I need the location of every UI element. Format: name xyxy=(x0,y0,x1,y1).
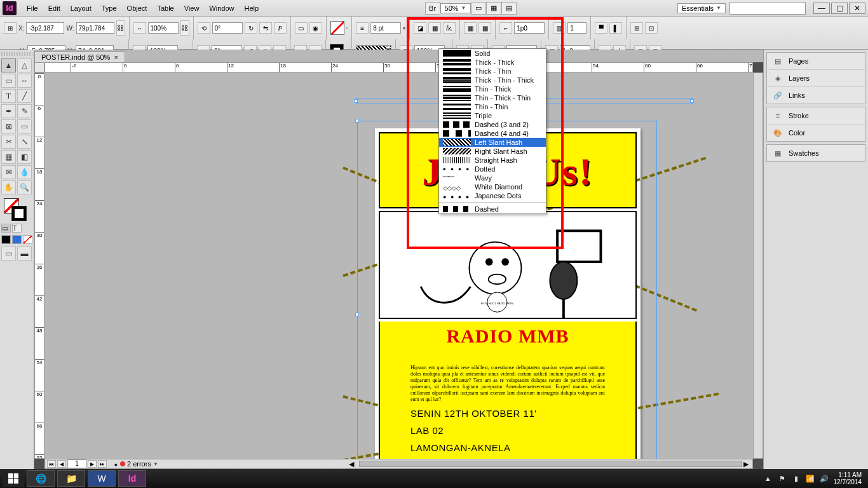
menu-layout[interactable]: Layout xyxy=(65,4,97,12)
panel-links[interactable]: 🔗Links xyxy=(767,87,865,104)
tray-up-icon[interactable]: ▲ xyxy=(764,474,773,483)
search-input[interactable] xyxy=(729,2,806,15)
selection-tool[interactable]: ▲ xyxy=(1,58,16,72)
x-input[interactable]: -3p2.187 xyxy=(26,22,64,34)
gradient-feather-tool[interactable]: ◧ xyxy=(17,150,32,164)
col-num-input[interactable]: 1 xyxy=(567,22,587,34)
document-tab[interactable]: POSTER.indd @ 50%× xyxy=(34,51,125,62)
align-top-icon[interactable]: ▀ xyxy=(595,22,607,34)
preflight-status[interactable]: ⬥ 2 errors▼ xyxy=(114,460,158,468)
wrap-bounding-icon[interactable]: ▦ xyxy=(478,22,491,34)
apply-gradient-icon[interactable] xyxy=(12,235,22,244)
stroke-type-dropdown[interactable]: SolidThick - ThickThick - ThinThick - Th… xyxy=(438,48,546,214)
w-input[interactable]: 79p1.784 xyxy=(76,22,114,34)
text-on-path-icon[interactable]: P xyxy=(274,22,287,34)
direct-selection-tool[interactable]: △ xyxy=(17,58,32,72)
canvas[interactable]: JOIN Us! ED SCHULTZ RADIO SHOW RADIO MMB… xyxy=(44,72,753,459)
rectangle-tool[interactable]: ▭ xyxy=(17,119,32,133)
minimize-button[interactable]: — xyxy=(813,3,830,14)
preview-view-icon[interactable]: ▬ xyxy=(17,247,32,261)
corner-icon[interactable]: ⌐ xyxy=(499,22,512,34)
screen-mode-icon[interactable]: ▭ xyxy=(471,2,486,15)
scissors-tool[interactable]: ✂ xyxy=(1,135,16,149)
tray-volume-icon[interactable]: 🔊 xyxy=(820,474,829,483)
menu-table[interactable]: Table xyxy=(152,4,179,12)
align-left-icon[interactable]: ▌ xyxy=(609,22,622,34)
menu-window[interactable]: Window xyxy=(204,4,239,12)
eyedropper-tool[interactable]: 💧 xyxy=(17,165,32,179)
maximize-button[interactable]: ▢ xyxy=(831,3,848,14)
apply-none-icon[interactable] xyxy=(23,235,32,244)
system-clock[interactable]: 1:11 AM 12/7/2014 xyxy=(834,471,862,485)
workspace-switcher[interactable]: Essentials▼ xyxy=(677,3,726,13)
prev-page-button[interactable]: ◀ xyxy=(57,460,66,468)
close-tab-icon[interactable]: × xyxy=(114,53,118,61)
stroke-weight-input[interactable]: 8 pt xyxy=(370,22,401,34)
panel-swatches[interactable]: ▦Swatches xyxy=(767,145,865,161)
stroke-option-thick-thick[interactable]: Thick - Thick xyxy=(439,58,546,67)
stroke-option-solid[interactable]: Solid xyxy=(439,49,546,58)
pen-tool[interactable]: ✒ xyxy=(1,104,16,118)
arrange-icon[interactable]: ▦ xyxy=(486,2,501,15)
tray-flag-icon[interactable]: ⚑ xyxy=(778,474,787,483)
ruler-origin[interactable] xyxy=(34,62,44,72)
view-options-icon[interactable]: ▤ xyxy=(501,2,517,15)
scale-x-input[interactable]: 100% xyxy=(148,22,179,34)
menu-edit[interactable]: Edit xyxy=(43,4,65,12)
close-button[interactable]: ✕ xyxy=(849,3,865,14)
pencil-tool[interactable]: ✎ xyxy=(17,104,32,118)
scroll-left-button[interactable]: ◀ xyxy=(349,460,358,468)
panel-pages[interactable]: ▤Pages xyxy=(767,53,865,70)
start-button[interactable] xyxy=(3,470,24,487)
fill-stroke-swatch[interactable] xyxy=(1,198,32,221)
tray-network-icon[interactable]: 📶 xyxy=(806,474,815,483)
stroke-option-dotted[interactable]: Dotted xyxy=(439,165,546,173)
stroke-option-left-slant-hash[interactable]: Left Slant Hash xyxy=(439,138,546,147)
tray-battery-icon[interactable]: ▮ xyxy=(792,474,801,483)
stroke-option-japanese-dots[interactable]: Japanese Dots xyxy=(439,191,546,200)
panel-color[interactable]: 🎨Color xyxy=(767,125,865,141)
menu-object[interactable]: Object xyxy=(122,4,153,12)
stroke-option-straight-hash[interactable]: Straight Hash xyxy=(439,156,546,165)
apply-color-icon[interactable] xyxy=(1,235,11,244)
stroke-option-thick-thin[interactable]: Thick - Thin xyxy=(439,67,546,76)
first-page-button[interactable]: ⏮ xyxy=(47,460,56,468)
menu-help[interactable]: Help xyxy=(239,4,264,12)
zoom-tool[interactable]: 🔍 xyxy=(17,180,32,194)
link-wh-icon[interactable]: ⛓ xyxy=(116,20,125,36)
reference-point-icon[interactable]: ⊞ xyxy=(4,22,17,34)
stroke-option-white-diamond[interactable]: White Diamond xyxy=(439,182,546,191)
gradient-swatch-tool[interactable]: ▦ xyxy=(1,150,16,164)
link-scale-icon[interactable]: ⛓ xyxy=(180,20,189,36)
rotate-input[interactable]: 0° xyxy=(212,22,243,34)
rectangle-frame-tool[interactable]: ⊠ xyxy=(1,119,16,133)
menu-type[interactable]: Type xyxy=(97,4,122,12)
stroke-option-thin-thin[interactable]: Thin - Thin xyxy=(439,102,546,111)
flip-h-icon[interactable]: ⇋ xyxy=(259,22,272,34)
stroke-option-thin-thick[interactable]: Thin - Thick xyxy=(439,85,546,93)
formatting-text-icon[interactable]: T xyxy=(12,224,22,233)
free-transform-tool[interactable]: ⤡ xyxy=(17,135,32,149)
columns-icon[interactable]: ▥ xyxy=(553,22,566,34)
normal-view-icon[interactable]: ▭ xyxy=(1,247,16,261)
stroke-option-right-slant-hash[interactable]: Right Slant Hash xyxy=(439,147,546,156)
effects-icon[interactable]: fx. xyxy=(443,22,456,34)
zoom-level[interactable]: 50%▼ xyxy=(440,3,471,13)
task-indesign[interactable]: Id xyxy=(118,470,146,487)
menu-file[interactable]: File xyxy=(22,4,43,12)
vertical-scrollbar[interactable] xyxy=(753,72,763,459)
stroke-option-thick-thin-thick[interactable]: Thick - Thin - Thick xyxy=(439,76,546,85)
hand-tool[interactable]: ✋ xyxy=(1,180,16,194)
task-explorer[interactable]: 📁 xyxy=(57,470,85,487)
stroke-option-thin-thick-thin[interactable]: Thin - Thick - Thin xyxy=(439,93,546,102)
wrap-none-icon[interactable]: ▦ xyxy=(464,22,477,34)
formatting-container-icon[interactable]: ▭ xyxy=(1,224,11,233)
page-number-input[interactable]: 1 xyxy=(67,459,86,468)
stroke-option-dashed[interactable]: Dashed xyxy=(439,205,546,214)
page-tool[interactable]: ▭ xyxy=(1,74,16,88)
stroke-option-wavy[interactable]: Wavy xyxy=(439,173,546,182)
rotate-cw-icon[interactable]: ↻ xyxy=(245,22,257,34)
stroke-option-dashed-3-and-2-[interactable]: Dashed (3 and 2) xyxy=(439,120,546,129)
panel-layers[interactable]: ◈Layers xyxy=(767,70,865,87)
select-content-icon[interactable]: ◉ xyxy=(309,22,322,34)
